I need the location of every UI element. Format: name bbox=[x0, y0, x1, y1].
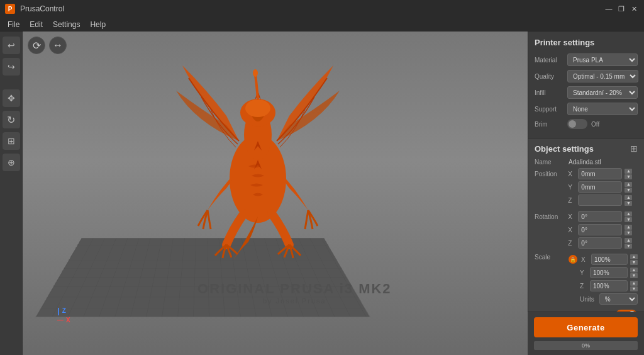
position-x-row: X ▲ ▼ bbox=[568, 168, 632, 179]
scale-label: Scale bbox=[535, 254, 566, 261]
position-z-axis: Z bbox=[568, 197, 575, 204]
rotation-x-up[interactable]: ▲ bbox=[625, 211, 632, 217]
scale-z-down[interactable]: ▼ bbox=[630, 286, 638, 291]
progress-text: 0% bbox=[582, 342, 590, 349]
material-row: Material Prusa PLA bbox=[535, 54, 638, 66]
position-z-spinner: ▲ ▼ bbox=[625, 195, 632, 206]
brim-row: Brim Off bbox=[535, 119, 638, 129]
window-controls[interactable]: — ❐ ✕ bbox=[604, 4, 639, 14]
printer-name-big: ORIGINAL PRUSA i3 MK2 bbox=[197, 281, 391, 297]
brim-toggle-knob bbox=[569, 120, 576, 128]
scale-z-up[interactable]: ▲ bbox=[630, 281, 638, 286]
scale-tool[interactable]: ⊞ bbox=[3, 132, 20, 150]
position-x-down[interactable]: ▼ bbox=[625, 174, 632, 179]
minimize-button[interactable]: — bbox=[604, 4, 614, 14]
axes-indicator: | Z — X bbox=[57, 306, 70, 324]
scale-y-spinner: ▲ ▼ bbox=[630, 268, 638, 278]
position-z-row: Z ▲ ▼ bbox=[568, 194, 632, 206]
svg-point-3 bbox=[245, 99, 270, 117]
move-tool[interactable]: ✥ bbox=[3, 89, 20, 107]
infill-select[interactable]: Standardní - 20% bbox=[567, 86, 638, 99]
rotation-z-down[interactable]: ▼ bbox=[625, 244, 632, 249]
scale-z-axis: Z bbox=[580, 283, 587, 290]
viewport-controls: ⟳ ↔ bbox=[28, 37, 67, 54]
position-z-down[interactable]: ▼ bbox=[625, 201, 632, 206]
position-x-axis: X bbox=[568, 171, 575, 178]
viewport-3d[interactable]: ⟳ ↔ bbox=[23, 31, 528, 355]
printer-name-small: by Josef Prusa bbox=[197, 297, 391, 305]
rotate-tool[interactable]: ↻ bbox=[3, 111, 20, 128]
rotation-x-down[interactable]: ▼ bbox=[625, 217, 632, 222]
material-label: Material bbox=[535, 57, 565, 64]
main-area: ↩ ↪ ✥ ↻ ⊞ ⊕ ⟳ ↔ bbox=[0, 31, 644, 355]
rotation-group: Rotation X ▲ ▼ X ▲ bbox=[535, 211, 638, 249]
rotation-z-up[interactable]: ▲ bbox=[625, 238, 632, 243]
infill-row: Infill Standardní - 20% bbox=[535, 86, 638, 99]
titlebar-left: P PrusaControl bbox=[5, 4, 64, 14]
brim-toggle[interactable] bbox=[567, 119, 587, 129]
position-x-spinner: ▲ ▼ bbox=[625, 169, 632, 179]
position-y-row: Y ▲ ▼ bbox=[568, 181, 632, 193]
menu-help[interactable]: Help bbox=[85, 19, 111, 30]
rotation-y-spinner: ▲ ▼ bbox=[625, 225, 632, 235]
position-x-up[interactable]: ▲ bbox=[625, 169, 632, 174]
rotation-y-down[interactable]: ▼ bbox=[625, 230, 632, 235]
menu-file[interactable]: File bbox=[3, 19, 25, 30]
scale-x-down[interactable]: ▼ bbox=[630, 260, 638, 265]
position-z-up[interactable]: ▲ bbox=[625, 195, 632, 200]
right-panel: Printer settings Material Prusa PLA Qual… bbox=[528, 31, 644, 355]
infill-label: Infill bbox=[535, 89, 565, 96]
name-row: Name Adalinda.stl bbox=[535, 159, 638, 166]
rotation-y-input[interactable] bbox=[578, 224, 622, 235]
rotation-x-input[interactable] bbox=[578, 211, 622, 222]
brim-label: Brim bbox=[535, 121, 565, 128]
menu-settings[interactable]: Settings bbox=[48, 19, 85, 30]
rotation-z-input[interactable] bbox=[578, 237, 622, 249]
globe-tool[interactable]: ⊕ bbox=[3, 154, 20, 171]
app-icon: P bbox=[5, 4, 15, 14]
app-title: PrusaControl bbox=[20, 4, 64, 13]
object-settings-icon[interactable]: ⊞ bbox=[630, 144, 638, 154]
scale-y-up[interactable]: ▲ bbox=[630, 268, 638, 273]
printer-settings-section: Printer settings Material Prusa PLA Qual… bbox=[528, 31, 644, 138]
position-y-input[interactable] bbox=[578, 181, 622, 193]
position-y-up[interactable]: ▲ bbox=[625, 182, 632, 187]
position-x-input[interactable] bbox=[578, 168, 622, 179]
view-pan-button[interactable]: ↔ bbox=[49, 37, 67, 54]
lock-icon[interactable]: 🔒 bbox=[569, 255, 577, 264]
quality-select[interactable]: Optimal - 0.15 mm bbox=[567, 70, 638, 82]
printer-label: ORIGINAL PRUSA i3 MK2 by Josef Prusa bbox=[197, 281, 391, 305]
material-select[interactable]: Prusa PLA bbox=[567, 54, 638, 66]
support-select[interactable]: None bbox=[567, 103, 638, 115]
close-button[interactable]: ✕ bbox=[629, 4, 639, 14]
position-y-down[interactable]: ▼ bbox=[625, 188, 632, 193]
units-select[interactable]: % mm bbox=[599, 293, 638, 305]
position-z-input[interactable] bbox=[578, 194, 622, 206]
object-settings-header: Object settings ⊞ bbox=[535, 144, 638, 154]
rotation-z-row: Z ▲ ▼ bbox=[568, 237, 632, 249]
menu-edit[interactable]: Edit bbox=[25, 19, 48, 30]
scale-z-spinner: ▲ ▼ bbox=[630, 281, 638, 291]
rotation-x-row: X ▲ ▼ bbox=[568, 211, 632, 222]
rotation-y-up[interactable]: ▲ bbox=[625, 225, 632, 230]
scale-x-spinner: ▲ ▼ bbox=[630, 254, 638, 265]
quality-row: Quality Optimal - 0.15 mm bbox=[535, 70, 638, 82]
undo-button[interactable]: ↩ bbox=[3, 37, 20, 54]
brim-toggle-label: Off bbox=[591, 121, 599, 128]
view-orbit-button[interactable]: ⟳ bbox=[28, 37, 45, 54]
left-toolbar: ↩ ↪ ✥ ↻ ⊞ ⊕ bbox=[0, 31, 23, 355]
scale-y-input[interactable] bbox=[590, 267, 628, 278]
support-label: Support bbox=[535, 106, 565, 113]
scale-y-down[interactable]: ▼ bbox=[630, 273, 638, 278]
scale-z-input[interactable] bbox=[590, 280, 628, 291]
generate-button[interactable]: Generate bbox=[534, 317, 638, 337]
scale-x-axis: X bbox=[581, 256, 589, 263]
scale-z-row: Z ▲ ▼ bbox=[569, 280, 638, 291]
maximize-button[interactable]: ❐ bbox=[616, 4, 626, 14]
scale-x-input[interactable] bbox=[591, 254, 628, 265]
dragon-model bbox=[170, 31, 346, 267]
scale-x-up[interactable]: ▲ bbox=[630, 254, 638, 259]
redo-button[interactable]: ↪ bbox=[3, 58, 20, 76]
scale-x-row: 🔒 X ▲ ▼ bbox=[569, 254, 638, 265]
rotation-fields: X ▲ ▼ X ▲ ▼ bbox=[568, 211, 632, 249]
